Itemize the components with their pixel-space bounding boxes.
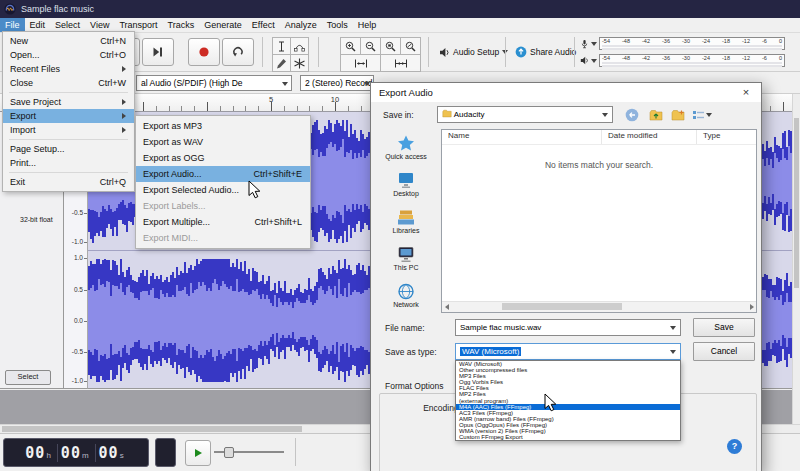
slider-thumb[interactable] [224,447,234,458]
skip-to-end-button[interactable] [142,38,174,66]
sidebar-item-this-pc[interactable]: This PC [375,240,437,277]
menu-item-save-project[interactable]: Save Project [3,95,134,109]
fit-project-button[interactable] [380,54,421,72]
menu-item-export-selected-audio[interactable]: Export Selected Audio... [136,182,310,198]
audio-setup-button[interactable]: Audio Setup [436,41,511,63]
column-header-name[interactable]: Name [442,130,602,144]
menubar-item-effect[interactable]: Effect [247,18,280,32]
zoom-in-icon [345,41,356,52]
menu-item-import[interactable]: Import [3,123,134,137]
playback-device-select[interactable]: al Audio (S/PDIF) (High De [136,75,292,91]
menubar-item-tools[interactable]: Tools [322,18,353,32]
ruler-label: -0.5 [65,348,83,355]
timeline-tick [233,106,234,111]
timeline-label: 5 [263,95,279,104]
zoom-toggle-button[interactable] [400,37,421,55]
menu-item-page-setup[interactable]: Page Setup... [3,142,134,156]
menu-item-close[interactable]: CloseCtrl+W [3,76,134,90]
playback-meter[interactable]: -54-48-42-36-30-24-18-12-60 [580,53,785,68]
fit-project-icon [394,58,408,69]
menu-item-exit[interactable]: ExitCtrl+Q [3,175,134,189]
fit-selection-button[interactable] [340,54,381,72]
envelope-tool-button[interactable] [290,37,309,55]
new-folder-button[interactable] [667,106,689,123]
sidebar-item-quick-access[interactable]: Quick access [375,129,437,166]
selection-tool-icon [276,41,287,52]
menu-item-print[interactable]: Print... [3,156,134,170]
file-list-scrollbar-thumb[interactable] [502,303,622,310]
secondary-time-display[interactable] [155,438,176,467]
menubar-item-tracks[interactable]: Tracks [163,18,200,32]
zoom-selection-button[interactable] [380,37,401,55]
places-sidebar: Quick access Desktop Libraries This PC N… [375,129,437,314]
sidebar-item-desktop[interactable]: Desktop [375,166,437,203]
loop-button[interactable] [222,38,254,66]
menu-item-open[interactable]: Open...Ctrl+O [3,48,134,62]
file-type-option[interactable]: Custom FFmpeg Export [456,434,680,440]
selection-tool-button[interactable] [272,37,291,55]
draw-tool-button[interactable] [272,54,291,72]
save-in-select[interactable]: Audacity [437,106,613,123]
multi-tool-button[interactable] [290,54,309,72]
recording-channels-select[interactable]: 2 (Stereo) Record [300,75,374,91]
export-audio-dialog: Export Audio × Save in: Audacity Quick a… [370,82,762,471]
encoding-label: Encoding: [399,403,461,413]
submenu-arrow-icon [122,113,126,119]
dialog-title: Export Audio [379,87,433,98]
menu-item-new[interactable]: NewCtrl+N [3,34,134,48]
file-name-input[interactable]: Sample flac music.wav [455,319,681,336]
menubar-item-file[interactable]: File [0,18,25,32]
menubar-item-transport[interactable]: Transport [114,18,162,32]
help-button[interactable]: ? [727,439,742,454]
track-select-button[interactable]: Select [5,370,51,385]
menu-item-export-midi[interactable]: Export MIDI... [136,230,310,246]
menu-item-export-audio[interactable]: Export Audio...Ctrl+Shift+E [136,166,310,182]
dialog-titlebar[interactable]: Export Audio [371,83,761,102]
menubar-item-help[interactable]: Help [353,18,382,32]
scroll-right-arrow[interactable] [747,303,756,311]
save-as-type-select[interactable]: WAV (Microsoft) [455,343,681,360]
recording-meter[interactable]: -54-48-42-36-30-24-18-12-60 [580,36,785,51]
column-header-type[interactable]: Type [697,130,756,144]
menu-item-export-labels[interactable]: Export Labels... [136,198,310,214]
sidebar-item-libraries[interactable]: Libraries [375,203,437,240]
up-one-level-button[interactable] [645,106,667,123]
view-menu-button[interactable] [691,106,713,123]
save-type-dropdown[interactable]: WAV (Microsoft)Other uncompressed filesM… [455,360,681,441]
menubar-item-analyze[interactable]: Analyze [280,18,322,32]
audio-setup-label: Audio Setup [453,47,499,57]
scroll-left-arrow[interactable] [442,303,451,311]
record-button[interactable] [188,38,220,66]
menubar-item-edit[interactable]: Edit [25,18,51,32]
menu-item-export-as-ogg[interactable]: Export as OGG [136,150,310,166]
vertical-scrollbar[interactable] [792,94,800,424]
menu-item-recent-files[interactable]: Recent Files [3,62,134,76]
menu-item-export-as-wav[interactable]: Export as WAV [136,134,310,150]
menubar-item-generate[interactable]: Generate [199,18,247,32]
zoom-out-button[interactable] [360,37,381,55]
playback-speed-slider[interactable] [214,444,284,460]
menu-item-export-as-mp3[interactable]: Export as MP3 [136,118,310,134]
horizontal-scrollbar-thumb[interactable] [2,426,302,432]
save-in-label: Save in: [383,110,414,120]
save-button[interactable]: Save [693,318,755,337]
save-as-type-value: WAV (Microsoft) [460,347,521,356]
cancel-button[interactable]: Cancel [693,342,755,361]
sidebar-item-network[interactable]: Network [375,277,437,314]
close-button[interactable]: × [731,83,761,102]
column-header-date-modified[interactable]: Date modified [602,130,697,144]
zoom-in-button[interactable] [340,37,361,55]
menubar-item-select[interactable]: Select [50,18,85,32]
menu-item-export-multiple[interactable]: Export Multiple...Ctrl+Shift+L [136,214,310,230]
file-list-scrollbar[interactable] [442,301,756,312]
back-button[interactable] [621,106,643,123]
share-audio-button[interactable]: Share Audio [512,41,579,63]
file-list[interactable]: Name Date modified Type No items match y… [441,129,757,313]
play-at-speed-button[interactable] [185,440,211,466]
vertical-scrollbar-thumb[interactable] [794,118,799,288]
selection-time-display[interactable]: 00h 00m 00s [3,438,149,467]
menubar-item-view[interactable]: View [85,18,114,32]
menu-item-export[interactable]: Export [3,109,134,123]
mouse-cursor [248,180,262,200]
timeline-tick [348,106,349,111]
